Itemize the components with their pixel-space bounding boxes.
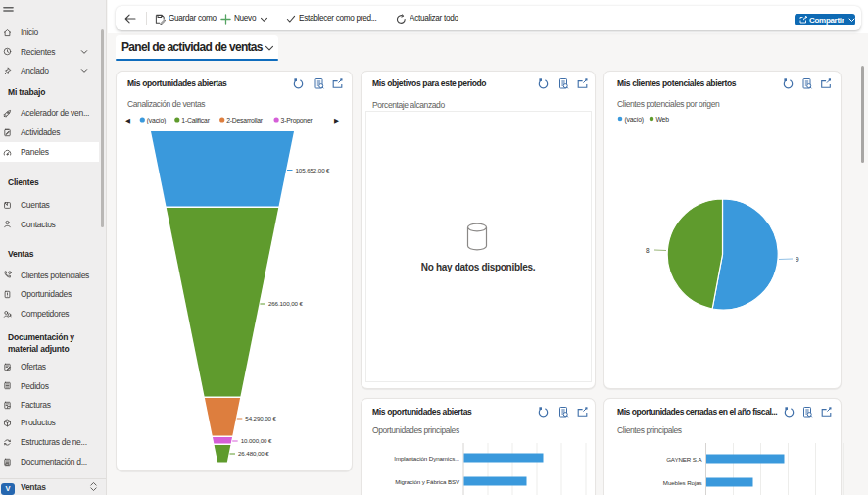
svg-text:8: 8 [646, 247, 650, 254]
svg-text:▶: ▶ [334, 117, 339, 124]
svg-text:266.100,00 €: 266.100,00 € [268, 300, 304, 307]
svg-text:◀: ◀ [125, 117, 130, 124]
svg-text:3-Proponer: 3-Proponer [281, 117, 313, 124]
svg-text:Migración y Fábrica BSV: Migración y Fábrica BSV [395, 478, 460, 485]
svg-text:Web: Web [656, 116, 670, 123]
svg-text:105.652,00 €: 105.652,00 € [296, 167, 331, 173]
svg-text:54.290,00 €: 54.290,00 € [245, 415, 276, 421]
svg-text:(vacío): (vacío) [625, 116, 644, 124]
svg-text:2-Desarrollar: 2-Desarrollar [226, 117, 264, 124]
svg-text:1-Calificar: 1-Calificar [181, 117, 210, 124]
svg-text:Muebles Rojas: Muebles Rojas [663, 479, 702, 486]
svg-text:Implantación Dynamics...: Implantación Dynamics... [394, 455, 459, 462]
svg-text:(vacío): (vacío) [147, 117, 166, 124]
svg-text:9: 9 [796, 256, 799, 263]
svg-text:26.480,00 €: 26.480,00 € [238, 450, 269, 457]
svg-text:GAYNER S.A: GAYNER S.A [666, 456, 702, 463]
svg-text:10.000,00 €: 10.000,00 € [241, 437, 272, 444]
